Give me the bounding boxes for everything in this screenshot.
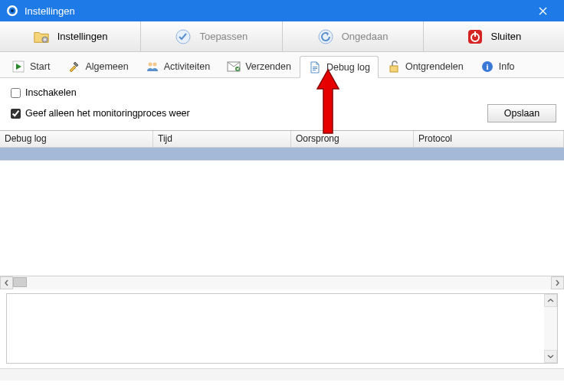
- tab-start-label: Start: [30, 61, 50, 72]
- svg-point-12: [152, 63, 156, 67]
- document-icon: [308, 60, 322, 74]
- apply-label: Toepassen: [199, 31, 248, 42]
- tab-debuglog-label: Debug log: [326, 62, 370, 73]
- monitor-only-label[interactable]: Geef alleen het monitoringproces weer: [25, 108, 190, 119]
- tab-general-label: Algemeen: [85, 61, 128, 72]
- output-text[interactable]: [7, 294, 544, 363]
- tab-send-label: Verzenden: [245, 61, 291, 72]
- tab-general[interactable]: Algemeen: [58, 55, 136, 77]
- tab-send[interactable]: Verzenden: [218, 55, 300, 77]
- settings-pane: Inschakelen Geef alleen het monitoringpr…: [0, 78, 564, 130]
- tab-info[interactable]: i Info: [472, 55, 523, 77]
- tools-icon: [67, 60, 80, 74]
- monitor-only-checkbox[interactable]: [11, 109, 21, 119]
- tab-bar: Start Algemeen Activiteiten Verzenden De…: [0, 52, 564, 78]
- svg-point-11: [148, 63, 152, 67]
- grid-selected-row[interactable]: [0, 148, 564, 161]
- vertical-scrollbar[interactable]: [544, 294, 557, 363]
- close-button[interactable]: [527, 0, 558, 21]
- users-icon: [146, 60, 159, 74]
- grid-header: Debug log Tijd Oorsprong Protocol: [0, 131, 564, 148]
- col-origin[interactable]: Oorsprong: [291, 131, 414, 147]
- col-time[interactable]: Tijd: [153, 131, 291, 147]
- close-label: Sluiten: [491, 31, 522, 42]
- save-button[interactable]: Opslaan: [487, 104, 556, 122]
- apply-button[interactable]: Toepassen: [141, 21, 282, 51]
- settings-button[interactable]: Instellingen: [0, 21, 141, 51]
- tab-info-label: Info: [499, 61, 515, 72]
- undo-label: Ongedaan: [342, 31, 389, 42]
- grid-body[interactable]: [0, 161, 564, 276]
- svg-point-4: [44, 38, 45, 40]
- window-title: Instellingen: [25, 5, 527, 17]
- tab-unlock[interactable]: Ontgrendelen: [379, 55, 472, 77]
- scroll-left-icon[interactable]: [0, 276, 13, 289]
- check-circle-icon: [175, 28, 192, 45]
- scroll-up-icon[interactable]: [544, 294, 557, 307]
- vscroll-track[interactable]: [544, 307, 557, 350]
- scroll-thumb[interactable]: [13, 277, 27, 287]
- svg-point-2: [11, 9, 14, 12]
- close-main-button[interactable]: Sluiten: [424, 21, 564, 51]
- svg-text:i: i: [486, 62, 488, 71]
- svg-point-6: [319, 30, 333, 44]
- mail-icon: [227, 60, 241, 74]
- svg-rect-17: [313, 70, 316, 70]
- enable-checkbox[interactable]: [11, 88, 21, 98]
- tab-debuglog[interactable]: Debug log: [300, 56, 379, 78]
- status-bar: [0, 368, 564, 381]
- debug-log-grid: Debug log Tijd Oorsprong Protocol: [0, 130, 564, 276]
- undo-button[interactable]: Ongedaan: [283, 21, 424, 51]
- col-debuglog[interactable]: Debug log: [0, 131, 153, 147]
- tab-start[interactable]: Start: [3, 55, 58, 77]
- lock-open-icon: [387, 60, 401, 74]
- svg-rect-15: [313, 67, 317, 67]
- scroll-down-icon[interactable]: [544, 350, 557, 363]
- settings-label: Instellingen: [57, 31, 108, 42]
- horizontal-scrollbar[interactable]: [0, 276, 564, 289]
- info-icon: i: [480, 60, 494, 74]
- tab-activities-label: Activiteiten: [164, 61, 210, 72]
- svg-rect-9: [474, 31, 476, 37]
- tab-unlock-label: Ontgrendelen: [405, 61, 464, 72]
- enable-label[interactable]: Inschakelen: [25, 87, 77, 98]
- svg-rect-18: [390, 66, 398, 72]
- folder-gear-icon: [33, 28, 50, 45]
- scroll-right-icon[interactable]: [551, 276, 564, 289]
- play-icon: [11, 60, 25, 74]
- tab-activities[interactable]: Activiteiten: [137, 55, 218, 77]
- col-protocol[interactable]: Protocol: [414, 131, 564, 147]
- undo-circle-icon: [317, 28, 334, 45]
- output-panel: [6, 293, 558, 364]
- power-icon: [467, 28, 484, 45]
- app-icon: [6, 5, 18, 17]
- titlebar: Instellingen: [0, 0, 564, 21]
- main-toolbar: Instellingen Toepassen Ongedaan Sluiten: [0, 21, 564, 52]
- svg-rect-16: [313, 68, 317, 69]
- scroll-track[interactable]: [13, 276, 551, 289]
